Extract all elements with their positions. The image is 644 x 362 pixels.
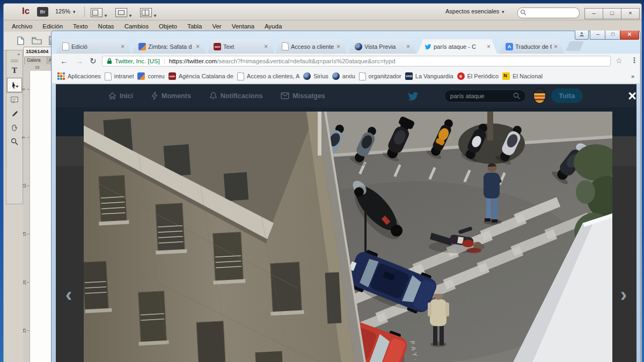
tab-close-icon[interactable]: ×	[554, 44, 558, 49]
bookmark-arxiu[interactable]: arxiu	[332, 72, 355, 80]
bookmarks-bar: Aplicaciones intranet correu ocnAgència …	[52, 69, 640, 84]
workspace-switcher[interactable]: Aspectos esenciales ▼	[445, 8, 505, 14]
security-label[interactable]: Twitter, Inc. [US]	[115, 58, 160, 64]
browser-tab-edicio[interactable]: Edició ×	[56, 39, 131, 54]
lock-icon	[107, 58, 112, 64]
toolbar-divider	[84, 6, 85, 17]
type-tool[interactable]: T	[8, 64, 21, 77]
bell-icon	[209, 92, 217, 100]
browser-tab-text[interactable]: ocn Text ×	[207, 39, 274, 54]
close-button[interactable]: ×	[621, 8, 640, 19]
menu-ventana[interactable]: Ventana	[232, 23, 254, 29]
zimbra-icon	[138, 43, 146, 50]
incopy-menubar: Archivo Edición Texto Notas Cambios Obje…	[4, 20, 644, 32]
menu-texto[interactable]: Texto	[73, 23, 88, 29]
lightbox-prev-icon[interactable]: ‹	[65, 284, 72, 306]
tab-close-icon[interactable]: ×	[196, 44, 200, 49]
app-search-input[interactable]	[517, 8, 580, 18]
bookmark-el-periodico[interactable]: eEl Periódico	[457, 72, 499, 80]
profile-button[interactable]	[575, 31, 589, 40]
incopy-tools-panel: » T	[6, 50, 23, 204]
bookmark-acceso-clientes[interactable]: Acceso a clientes, A	[237, 72, 299, 80]
bookmark-organitzador[interactable]: organitzador	[359, 72, 401, 80]
menu-tabla[interactable]: Tabla	[187, 23, 202, 29]
bookmark-el-nacional[interactable]: NEl Nacional	[502, 72, 543, 80]
new-document-icon[interactable]	[16, 36, 25, 46]
tab-close-icon[interactable]: ×	[121, 44, 125, 49]
bookmark-sirius[interactable]: Sirius	[303, 72, 328, 80]
panel-expander[interactable]: »	[8, 51, 21, 57]
minimize-button[interactable]: –	[590, 31, 606, 40]
menu-edicion[interactable]: Edición	[42, 23, 63, 29]
avatar[interactable]	[533, 88, 546, 104]
bookmark-agencia-catalana[interactable]: ocnAgència Catalana de	[169, 72, 233, 80]
chrome-toolbar: ← → ↻ Twitter, Inc. [US] | https://twitt…	[52, 54, 640, 69]
tab-close-icon[interactable]: ×	[264, 44, 268, 49]
zoom-tool[interactable]	[8, 135, 21, 148]
search-icon	[513, 92, 520, 99]
tab-close-icon[interactable]: ×	[487, 44, 491, 49]
menu-notas[interactable]: Notas	[98, 23, 114, 29]
browser-tab-vista-previa[interactable]: Vista Previa ×	[348, 39, 416, 54]
tweet-button[interactable]: Tuita	[551, 88, 583, 103]
bookmark-intranet[interactable]: intranet	[105, 72, 134, 80]
twitter-bird-icon[interactable]	[407, 90, 419, 102]
twitter-search-input[interactable]: parís ataque	[444, 90, 526, 102]
frame-view-button[interactable]	[115, 8, 127, 17]
back-button[interactable]: ←	[60, 56, 68, 65]
tab-close-icon[interactable]: ×	[336, 44, 340, 49]
van-icon: VAN	[405, 72, 413, 80]
lightbox-photo[interactable]: PAY·N	[84, 112, 612, 362]
close-button[interactable]: ×	[620, 31, 639, 40]
nav-inici[interactable]: Inici	[108, 92, 133, 100]
view-options-button[interactable]	[91, 8, 103, 17]
lightning-icon	[151, 92, 158, 100]
nav-moments[interactable]: Moments	[151, 92, 191, 100]
zoom-level-dropdown[interactable]: 125% ▼	[55, 8, 76, 14]
nav-notificacions[interactable]: Notificacions	[209, 92, 263, 100]
galley-view-tab[interactable]: Galera	[24, 56, 49, 65]
menu-archivo[interactable]: Archivo	[12, 23, 32, 29]
browser-tab-acceso[interactable]: Acceso a cliente ×	[275, 39, 347, 54]
apps-grid-icon	[57, 72, 65, 80]
menu-objeto[interactable]: Objeto	[159, 23, 177, 29]
new-tab-button[interactable]	[566, 41, 583, 51]
chevron-down-icon: ▼	[104, 10, 108, 19]
selection-tool[interactable]	[7, 78, 22, 92]
twitter-page: Inici Moments Notificacions Missatges pa…	[56, 84, 636, 362]
reload-button[interactable]: ↻	[90, 56, 97, 66]
bookmarks-overflow-button[interactable]: »	[631, 73, 634, 79]
bookmark-star-icon[interactable]: ☆	[616, 56, 623, 65]
menu-ver[interactable]: Ver	[212, 23, 221, 29]
panel-grip[interactable]	[8, 58, 21, 63]
browser-tab-paris-ataque[interactable]: parís ataque - C ×	[418, 39, 497, 54]
note-tool[interactable]	[8, 93, 21, 106]
open-folder-icon[interactable]	[32, 36, 42, 45]
bookmark-la-vanguardia[interactable]: VANLa Vanguardia	[405, 72, 453, 80]
browser-tab-traductor[interactable]: A Traductor de Go ×	[499, 39, 564, 54]
maximize-button[interactable]: □	[605, 31, 621, 40]
envelope-icon	[281, 92, 289, 99]
minimize-button[interactable]: –	[584, 8, 603, 19]
forward-button[interactable]: →	[75, 56, 83, 65]
chrome-menu-icon[interactable]: ⋮	[631, 56, 638, 64]
tab-close-icon[interactable]: ×	[406, 44, 410, 49]
incopy-titlebar[interactable]: Ic Br 125% ▼ ▼ ▼ ▼ Aspectos esenciales ▼…	[4, 4, 641, 20]
address-bar[interactable]: Twitter, Inc. [US] | https://twitter.com…	[102, 56, 611, 67]
maximize-button[interactable]: □	[603, 8, 621, 19]
layout-view-button[interactable]	[140, 8, 152, 17]
lightbox-next-icon[interactable]: ›	[620, 284, 627, 306]
browser-tab-zimbra[interactable]: Zimbra: Safata d ×	[132, 39, 206, 54]
menu-ayuda[interactable]: Ayuda	[265, 23, 282, 29]
bookmark-aplicaciones[interactable]: Aplicaciones	[57, 72, 101, 80]
eyedropper-tool[interactable]	[8, 107, 21, 120]
bookmark-correu[interactable]: correu	[137, 72, 164, 80]
hand-tool[interactable]	[8, 121, 21, 134]
globe-icon	[303, 72, 311, 80]
bridge-button[interactable]: Br	[37, 7, 48, 17]
lightbox-close-icon[interactable]: ×	[628, 90, 636, 102]
nav-missatges[interactable]: Missatges	[281, 92, 325, 100]
ocn-icon: ocn	[214, 43, 221, 50]
menu-cambios[interactable]: Cambios	[125, 23, 149, 29]
twitter-icon	[424, 43, 431, 50]
